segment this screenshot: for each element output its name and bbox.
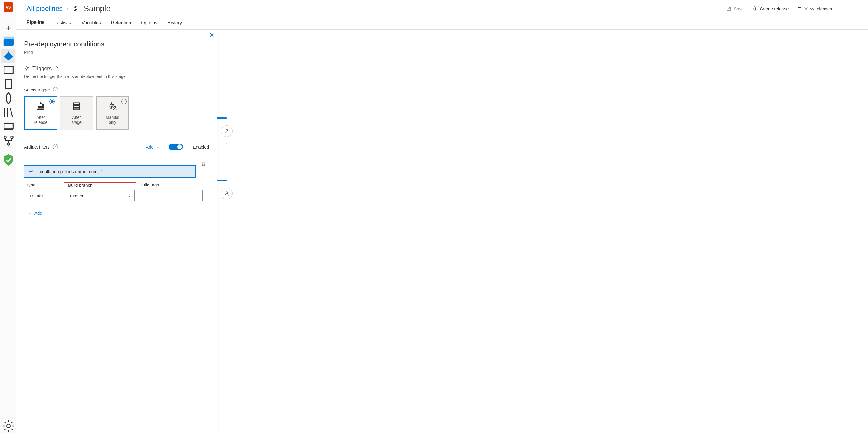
svg-rect-28 [73, 105, 80, 107]
tags-input[interactable] [138, 190, 203, 201]
release-definition-icon [73, 5, 80, 13]
postdeploy-dev-button[interactable] [221, 125, 232, 137]
taskgroups-icon[interactable] [1, 120, 15, 134]
chevron-up-icon: ⌃ [100, 170, 102, 173]
svg-rect-16 [727, 7, 731, 10]
svg-rect-3 [6, 80, 11, 89]
bolt-person-icon [108, 102, 117, 113]
select-trigger-label: Select trigger [24, 87, 50, 92]
svg-point-26 [226, 192, 227, 194]
svg-rect-15 [74, 9, 76, 10]
tab-retention[interactable]: Retention [111, 20, 131, 29]
branch-select[interactable]: master⌄ [66, 190, 134, 201]
help-icon[interactable]: i [53, 144, 58, 149]
create-release-label: Create release [760, 6, 788, 11]
save-button: Save [726, 6, 744, 11]
add-filter-button[interactable]: ＋Add ⌄ [139, 144, 159, 150]
radio-icon [121, 99, 127, 104]
tab-pipeline[interactable]: Pipeline [27, 20, 44, 29]
triggers-collapser[interactable]: Triggers ⌃ [24, 65, 209, 72]
close-panel-button[interactable]: ✕ [209, 31, 214, 39]
svg-line-7 [10, 108, 12, 117]
branch-value: master [70, 193, 84, 198]
tab-tasks-label: Tasks [55, 20, 66, 26]
triggers-hint: Define the trigger that will start deplo… [24, 74, 209, 79]
breadcrumb-current: Sample [84, 4, 111, 13]
tab-history[interactable]: History [167, 20, 182, 29]
new-item[interactable]: ＋ [1, 21, 15, 35]
view-releases-label: View releases [805, 6, 832, 11]
svg-point-10 [4, 136, 6, 138]
type-select[interactable]: Include⌄ [24, 190, 62, 201]
svg-rect-0 [3, 39, 13, 45]
releases-icon[interactable] [1, 91, 15, 105]
trigger-manual-only[interactable]: Manualonly [96, 97, 129, 130]
col-branch-label: Build branch [66, 183, 134, 188]
svg-rect-29 [73, 108, 80, 110]
tab-options[interactable]: Options [141, 20, 157, 29]
artifact-filters-label: Artifact filters [24, 144, 50, 149]
create-release-button[interactable]: Create release [752, 6, 788, 11]
overview-icon[interactable] [1, 35, 15, 49]
svg-point-12 [7, 143, 10, 145]
breadcrumb: All pipelines › Sample Save Create relea… [17, 0, 868, 15]
svg-rect-17 [728, 7, 730, 8]
save-label: Save [734, 6, 744, 11]
tabs: Pipeline Tasks⌄ Variables Retention Opti… [17, 15, 868, 30]
postdeploy-prod-button[interactable] [221, 188, 232, 199]
svg-rect-1 [3, 37, 13, 39]
trigger-after-release[interactable]: Afterrelease [24, 97, 57, 130]
svg-rect-27 [73, 103, 80, 104]
col-type-label: Type [24, 182, 62, 188]
svg-point-24 [226, 129, 227, 131]
chevron-down-icon: ⌄ [128, 194, 131, 198]
library-icon[interactable] [1, 105, 15, 120]
chevron-up-icon: ⌃ [55, 65, 59, 72]
filter-name: _ninallam.pipelines-dotnet-core [36, 169, 97, 174]
svg-rect-8 [4, 123, 13, 129]
svg-point-11 [10, 136, 13, 138]
enabled-toggle[interactable] [169, 143, 183, 150]
chevron-down-icon: ⌄ [68, 21, 71, 25]
security-icon[interactable] [1, 153, 15, 167]
rail-items-more[interactable] [1, 63, 15, 77]
filter-accordion[interactable]: _ninallam.pipelines-dotnet-core ⌃ [24, 165, 195, 178]
settings-icon[interactable] [1, 419, 15, 433]
enabled-label: Enabled [193, 144, 209, 149]
deploymentgroups-icon[interactable] [1, 134, 15, 148]
col-tags-label: Build tags [138, 182, 203, 188]
svg-rect-2 [4, 67, 13, 73]
svg-point-13 [7, 424, 10, 428]
trigger-after-stage[interactable]: Afterstage [60, 97, 93, 130]
chevron-right-icon: › [67, 5, 69, 13]
type-value: Include [29, 193, 43, 198]
more-actions-button[interactable]: ··· [840, 5, 847, 13]
svg-point-30 [114, 106, 116, 108]
avatar[interactable]: AS [3, 2, 13, 12]
factory-download-icon [36, 102, 45, 113]
triggers-label: Triggers [32, 66, 52, 72]
panel-title: Pre-deployment conditions [24, 40, 209, 48]
environments-icon[interactable] [1, 77, 15, 91]
delete-filter-button[interactable] [198, 158, 209, 170]
predeploy-panel: ✕ Pre-deployment conditions Prod Trigger… [17, 30, 217, 433]
tab-tasks[interactable]: Tasks⌄ [55, 20, 71, 29]
chevron-down-icon: ⌄ [56, 193, 59, 197]
add-condition-button[interactable]: ＋Add [24, 210, 209, 216]
radio-icon [50, 99, 55, 104]
tab-variables[interactable]: Variables [82, 20, 101, 29]
help-icon[interactable]: i [53, 87, 58, 92]
left-nav: AS ＋ [0, 0, 17, 433]
breadcrumb-root[interactable]: All pipelines [27, 5, 63, 13]
build-icon [29, 169, 33, 174]
server-icon [72, 102, 81, 113]
svg-rect-14 [74, 6, 76, 8]
pipelines-icon[interactable] [1, 49, 15, 63]
view-releases-button[interactable]: View releases [797, 6, 832, 11]
panel-subtitle: Prod [24, 50, 209, 55]
